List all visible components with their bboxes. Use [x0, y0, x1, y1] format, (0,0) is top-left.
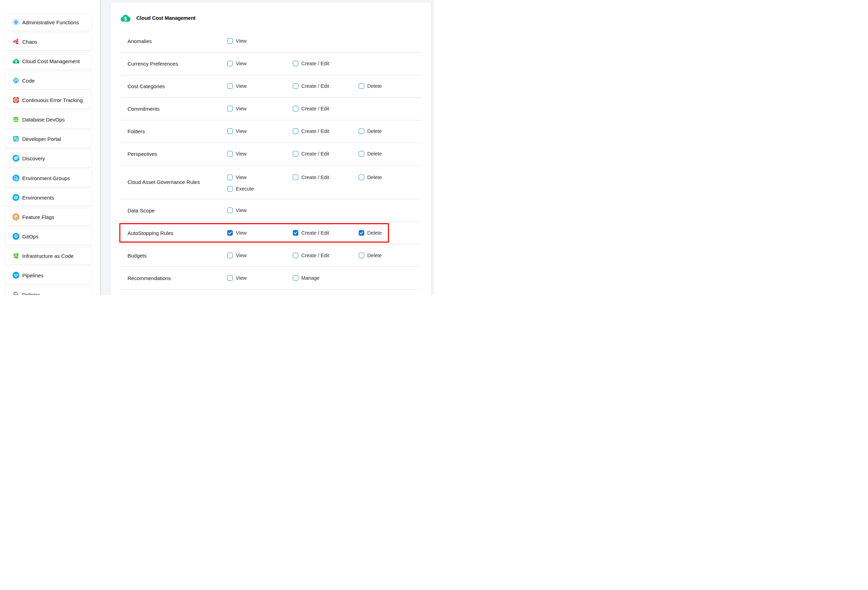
svg-text:$: $: [124, 16, 127, 22]
svg-text:$: $: [15, 60, 17, 64]
